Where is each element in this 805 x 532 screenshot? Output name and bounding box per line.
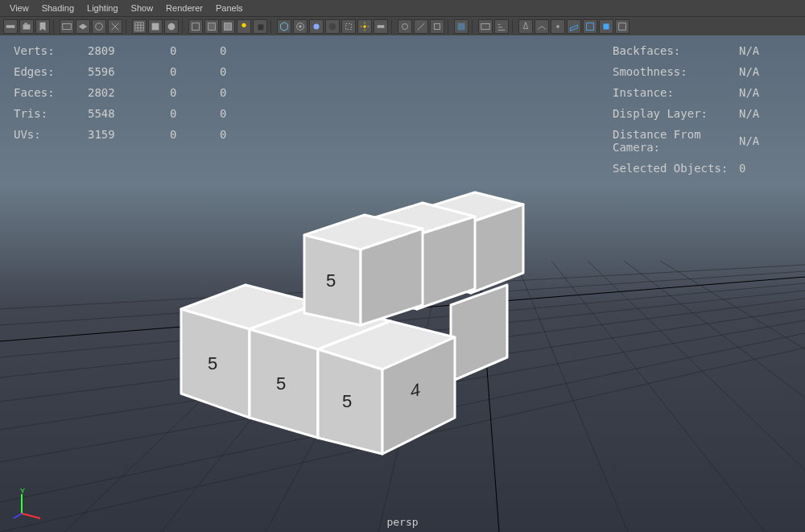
svg-rect-17 (378, 25, 385, 28)
svg-marker-45 (451, 285, 507, 381)
xray-icon[interactable] (293, 19, 308, 34)
polycount-icon[interactable] (494, 19, 509, 34)
svg-rect-3 (63, 23, 72, 29)
svg-point-15 (329, 23, 336, 30)
ao-icon[interactable] (325, 19, 340, 34)
image-plane-icon[interactable] (60, 19, 74, 34)
viewport-toolbar (0, 16, 805, 35)
svg-point-18 (402, 23, 408, 29)
svg-text:5: 5 (208, 353, 217, 373)
shaded-icon[interactable] (204, 19, 219, 34)
gate-mask-icon[interactable] (108, 19, 122, 34)
film-gate-icon[interactable] (76, 19, 90, 34)
menu-panels[interactable]: Panels (209, 3, 250, 13)
use-lights-icon[interactable] (237, 19, 251, 34)
select-camera-icon[interactable] (3, 19, 18, 34)
bookmark-icon[interactable] (35, 19, 50, 34)
hud-icon[interactable] (478, 19, 493, 34)
menu-bar: View Shading Lighting Show Renderer Pane… (0, 0, 805, 16)
svg-rect-0 (6, 25, 15, 28)
menu-renderer[interactable]: Renderer (159, 3, 209, 13)
svg-text:4: 4 (411, 379, 420, 402)
gpu-cache-icon[interactable] (599, 19, 613, 34)
menu-shading[interactable]: Shading (35, 3, 80, 13)
last-tool-icon[interactable] (615, 19, 630, 34)
svg-line-43 (624, 261, 805, 398)
gamma-icon[interactable] (414, 19, 428, 34)
cube-bottom-back (451, 285, 507, 381)
view-transform-icon[interactable] (430, 19, 444, 34)
xray-joints-icon[interactable] (309, 19, 324, 34)
renderer-icon[interactable] (454, 19, 469, 34)
camera-label: persp (386, 516, 418, 528)
film-origin-icon[interactable] (148, 19, 163, 34)
grid-icon[interactable] (132, 19, 147, 34)
isolate-icon[interactable] (277, 19, 291, 34)
shadows-icon[interactable] (253, 19, 267, 34)
svg-rect-19 (435, 23, 440, 29)
snap-curve-icon[interactable] (535, 19, 549, 34)
svg-rect-11 (258, 24, 263, 30)
svg-line-74 (14, 513, 22, 518)
axis-gizmo[interactable]: Y (12, 488, 44, 520)
wireframe-icon[interactable] (188, 19, 203, 34)
svg-rect-5 (152, 23, 159, 30)
svg-text:5: 5 (326, 270, 336, 291)
cube-bottom-3: 5 4 (318, 321, 455, 454)
snap-plane-icon[interactable] (567, 19, 581, 34)
snap-point-icon[interactable] (551, 19, 565, 34)
svg-rect-2 (24, 23, 27, 24)
svg-text:5: 5 (276, 373, 286, 394)
svg-rect-24 (604, 23, 609, 29)
svg-line-41 (551, 261, 765, 532)
menu-lighting[interactable]: Lighting (80, 3, 125, 13)
svg-line-42 (588, 261, 805, 470)
svg-rect-8 (208, 23, 216, 30)
viewport[interactable]: Verts:280900 Edges:559600 Faces:280200 T… (0, 35, 805, 532)
color-mgmt-icon[interactable] (374, 19, 388, 34)
svg-rect-23 (587, 23, 594, 30)
svg-point-10 (242, 23, 246, 27)
snap-view-icon[interactable] (583, 19, 597, 34)
svg-text:Y: Y (20, 488, 25, 495)
svg-rect-20 (458, 23, 465, 30)
svg-rect-9 (225, 23, 232, 30)
scene-3d: 5 5 5 4 4 4 (0, 35, 805, 532)
svg-text:5: 5 (342, 391, 352, 411)
svg-point-4 (96, 23, 103, 30)
snap-icon[interactable] (518, 19, 533, 34)
camera-icon[interactable] (19, 19, 34, 34)
svg-line-73 (22, 513, 40, 518)
svg-point-13 (299, 25, 302, 28)
svg-point-14 (314, 23, 320, 29)
resolution-gate-icon[interactable] (92, 19, 106, 34)
safe-action-icon[interactable] (164, 19, 179, 34)
textured-icon[interactable] (221, 19, 235, 34)
svg-line-40 (515, 261, 628, 532)
cube-top-left: 5 (304, 215, 423, 325)
exposure-icon[interactable] (398, 19, 412, 34)
svg-point-22 (556, 25, 559, 28)
menu-show[interactable]: Show (125, 3, 160, 13)
svg-point-16 (363, 25, 366, 28)
svg-point-6 (168, 23, 175, 30)
svg-rect-1 (23, 24, 31, 29)
svg-rect-21 (481, 23, 490, 29)
svg-rect-7 (192, 23, 200, 30)
svg-line-44 (660, 261, 805, 349)
multisample-icon[interactable] (357, 19, 372, 34)
motion-blur-icon[interactable] (341, 19, 356, 34)
menu-view[interactable]: View (3, 3, 35, 13)
